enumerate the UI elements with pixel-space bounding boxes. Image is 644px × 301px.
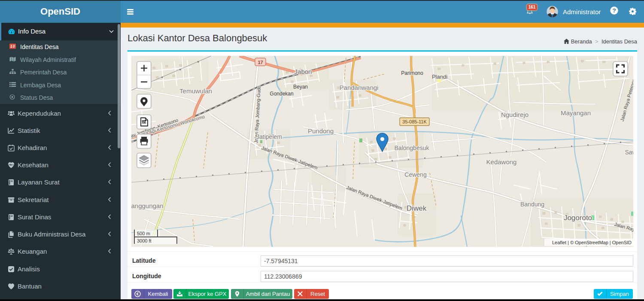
svg-text:35-085-11K: 35-085-11K — [402, 119, 427, 124]
svg-text:anggungan: anggungan — [131, 202, 164, 209]
svg-text:Beyan: Beyan — [293, 84, 308, 90]
svg-text:?: ? — [612, 7, 616, 14]
svg-text:Diwek: Diwek — [407, 204, 427, 212]
svg-text:500 m: 500 m — [137, 231, 150, 236]
svg-text:Jabon: Jabon — [295, 68, 312, 75]
svg-text:Pundong: Pundong — [308, 127, 334, 135]
svg-text:17: 17 — [258, 60, 263, 65]
svg-text:Jogoroto: Jogoroto — [564, 214, 592, 222]
svg-text:Balongbesuk: Balongbesuk — [395, 144, 430, 151]
svg-text:Mayangan: Mayangan — [561, 109, 591, 117]
svg-text:Ceweng: Ceweng — [404, 171, 426, 178]
svg-text:Jatipelem: Jatipelem — [256, 133, 282, 140]
svg-text:Plandi: Plandi — [432, 74, 447, 80]
svg-text:Leaflet | © OpenStreetMap | Op: Leaflet | © OpenStreetMap | OpenSID — [552, 240, 632, 245]
svg-text:Temuwulan: Temuwulan — [179, 87, 212, 95]
svg-text:Ngudirejo: Ngudirejo — [501, 111, 529, 118]
svg-text:Saw: Saw — [625, 149, 633, 156]
svg-text:Bandung: Bandung — [520, 201, 544, 208]
svg-text:Pandanwangi: Pandanwangi — [340, 84, 379, 91]
svg-text:Parimono: Parimono — [401, 70, 423, 76]
svg-text:3000 ft: 3000 ft — [137, 238, 152, 243]
svg-text:GPX: GPX — [142, 121, 146, 123]
svg-text:Kedawong: Kedawong — [486, 158, 517, 166]
svg-text:Gondekan: Gondekan — [270, 91, 293, 97]
